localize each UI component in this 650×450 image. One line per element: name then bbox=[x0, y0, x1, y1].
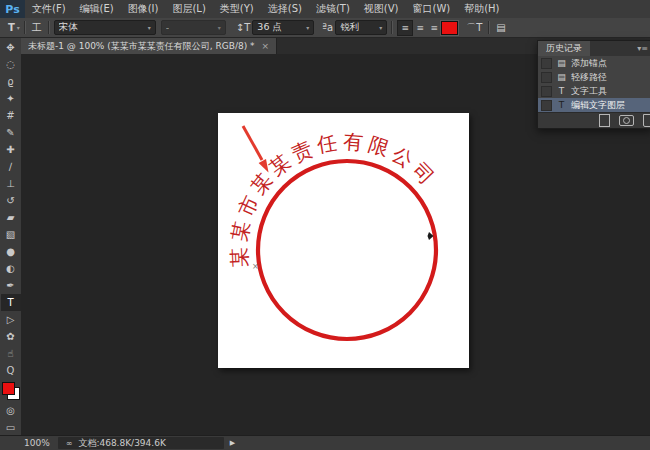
magic-wand-tool[interactable]: ✦ bbox=[1, 90, 21, 107]
quick-mask-button[interactable]: ◎ bbox=[1, 402, 21, 419]
crop-icon: # bbox=[6, 110, 14, 121]
close-icon[interactable]: × bbox=[262, 41, 270, 51]
history-item-nudge-path[interactable]: ▤ 轻移路径 bbox=[538, 70, 650, 84]
dodge-tool[interactable]: ◐ bbox=[1, 260, 21, 277]
annotation-arrow bbox=[243, 126, 269, 173]
align-left-button[interactable]: ≡ bbox=[397, 20, 413, 36]
menu-image[interactable]: 图像(I) bbox=[121, 0, 166, 18]
healing-brush-icon: ✚ bbox=[6, 144, 14, 155]
tool-bar: ✥ ◌ ϱ ✦ # ✎ ✚ ∕ ⊥ ↺ ▰ ▧ ● ◐ ✒ T ▷ ✿ ☝ Q … bbox=[0, 38, 22, 436]
history-panel-header: 历史记录 ▾≡ bbox=[538, 41, 650, 56]
clone-stamp-tool[interactable]: ⊥ bbox=[1, 175, 21, 192]
menu-window[interactable]: 窗口(W) bbox=[405, 0, 457, 18]
text-orientation-icon[interactable]: 工 bbox=[30, 21, 44, 35]
font-style-select[interactable]: - ▾ bbox=[161, 20, 226, 35]
crop-tool[interactable]: # bbox=[1, 107, 21, 124]
options-separator bbox=[24, 21, 26, 34]
history-item-type-tool[interactable]: T 文字工具 bbox=[538, 84, 650, 98]
path-state-icon: ▤ bbox=[555, 72, 568, 82]
move-tool[interactable]: ✥ bbox=[1, 39, 21, 56]
new-snapshot-icon[interactable] bbox=[619, 115, 634, 126]
status-options-icon[interactable]: ▶ bbox=[224, 439, 241, 447]
dodge-icon: ◐ bbox=[6, 263, 15, 274]
clone-stamp-icon: ⊥ bbox=[6, 178, 15, 189]
blur-icon: ● bbox=[6, 246, 15, 257]
document-tab[interactable]: 未标题-1 @ 100% (某某市某某责任有限公司, RGB/8) * × bbox=[21, 38, 277, 54]
marquee-tool[interactable]: ◌ bbox=[1, 56, 21, 73]
menu-select[interactable]: 选择(S) bbox=[261, 0, 309, 18]
eyedropper-icon: ✎ bbox=[6, 127, 14, 138]
tool-preset-caret-icon[interactable]: ▾ bbox=[17, 24, 20, 31]
panel-menu-icon[interactable]: ▾≡ bbox=[634, 41, 650, 56]
lasso-icon: ϱ bbox=[7, 76, 13, 87]
text-color-swatch[interactable] bbox=[441, 21, 458, 35]
zoom-tool[interactable]: Q bbox=[1, 362, 21, 379]
align-right-button[interactable]: ≡ bbox=[427, 21, 441, 35]
menu-help[interactable]: 帮助(H) bbox=[457, 0, 506, 18]
stamp-artwork: 某某市某某责任有限公司 × bbox=[218, 113, 469, 368]
warp-text-icon[interactable]: ⌒T bbox=[464, 21, 484, 35]
type-tool[interactable]: T bbox=[1, 294, 21, 311]
status-bar: 100% ∞ 文档:468.8K/394.6K ▶ bbox=[0, 435, 650, 450]
custom-shape-tool[interactable]: ✿ bbox=[1, 328, 21, 345]
history-source-well[interactable] bbox=[541, 86, 552, 97]
path-state-icon: ▤ bbox=[555, 58, 568, 68]
quick-mask-icon: ◎ bbox=[6, 405, 15, 416]
gradient-icon: ▧ bbox=[6, 229, 15, 240]
history-panel-footer bbox=[538, 112, 650, 128]
history-item-label: 文字工具 bbox=[571, 85, 607, 98]
tab-history[interactable]: 历史记录 bbox=[538, 41, 590, 56]
history-brush-icon: ↺ bbox=[6, 195, 14, 206]
font-family-select[interactable]: 宋体 ▾ bbox=[54, 20, 156, 35]
anti-alias-select[interactable]: 锐利 ▾ bbox=[335, 20, 387, 35]
path-selection-tool[interactable]: ▷ bbox=[1, 311, 21, 328]
menu-view[interactable]: 视图(V) bbox=[357, 0, 406, 18]
options-bar: T ▾ 工 宋体 ▾ - ▾ ↕T 36 点 ▾ ªa 锐利 ▾ ≡ ≡ ≡ ⌒… bbox=[0, 18, 650, 38]
new-document-from-state-icon[interactable] bbox=[599, 114, 610, 127]
blur-tool[interactable]: ● bbox=[1, 243, 21, 260]
menu-file[interactable]: 文件(F) bbox=[25, 0, 73, 18]
history-source-well[interactable] bbox=[541, 72, 552, 83]
pen-tool[interactable]: ✒ bbox=[1, 277, 21, 294]
hand-tool[interactable]: ☝ bbox=[1, 345, 21, 362]
type-state-icon: T bbox=[555, 86, 568, 96]
brush-tool[interactable]: ∕ bbox=[1, 158, 21, 175]
options-separator bbox=[391, 21, 393, 34]
menu-layer[interactable]: 图层(L) bbox=[165, 0, 212, 18]
custom-shape-icon: ✿ bbox=[6, 331, 14, 342]
history-item-edit-type-layer[interactable]: T 编辑文字图层 bbox=[538, 98, 650, 112]
chevron-down-icon: ▾ bbox=[302, 24, 309, 31]
stamp-circle bbox=[258, 161, 436, 339]
font-style-value: - bbox=[166, 22, 169, 33]
canvas[interactable]: 某某市某某责任有限公司 × bbox=[218, 113, 469, 368]
gradient-tool[interactable]: ▧ bbox=[1, 226, 21, 243]
zoom-level-field[interactable]: 100% bbox=[0, 438, 58, 448]
lasso-tool[interactable]: ϱ bbox=[1, 73, 21, 90]
align-center-button[interactable]: ≡ bbox=[413, 21, 427, 35]
history-item-add-anchor[interactable]: ▤ 添加锚点 bbox=[538, 56, 650, 70]
delete-state-icon[interactable] bbox=[643, 114, 650, 127]
options-separator bbox=[48, 21, 50, 34]
eyedropper-tool[interactable]: ✎ bbox=[1, 124, 21, 141]
healing-brush-tool[interactable]: ✚ bbox=[1, 141, 21, 158]
document-info-field: ∞ 文档:468.8K/394.6K bbox=[58, 437, 224, 449]
move-icon: ✥ bbox=[6, 42, 14, 53]
toggle-panels-icon[interactable]: ▤ bbox=[494, 22, 507, 33]
history-item-label: 轻移路径 bbox=[571, 71, 607, 84]
menu-filter[interactable]: 滤镜(T) bbox=[309, 0, 357, 18]
menu-type[interactable]: 类型(Y) bbox=[213, 0, 261, 18]
foreground-color-swatch[interactable] bbox=[2, 382, 15, 395]
type-tool-preset-icon[interactable]: T bbox=[6, 22, 17, 33]
menu-edit[interactable]: 编辑(E) bbox=[73, 0, 121, 18]
font-size-select[interactable]: 36 点 ▾ bbox=[252, 20, 314, 35]
history-source-well[interactable] bbox=[541, 58, 552, 69]
font-family-value: 宋体 bbox=[59, 21, 78, 34]
history-brush-tool[interactable]: ↺ bbox=[1, 192, 21, 209]
screen-mode-button[interactable]: ▭ bbox=[1, 419, 21, 436]
document-sizes: 文档:468.8K/394.6K bbox=[78, 437, 165, 450]
screen-mode-icon: ▭ bbox=[6, 422, 15, 433]
anti-alias-icon: ªa bbox=[320, 22, 335, 33]
history-source-well[interactable] bbox=[541, 100, 552, 111]
document-title: 未标题-1 @ 100% (某某市某某责任有限公司, RGB/8) * bbox=[28, 40, 255, 53]
eraser-tool[interactable]: ▰ bbox=[1, 209, 21, 226]
